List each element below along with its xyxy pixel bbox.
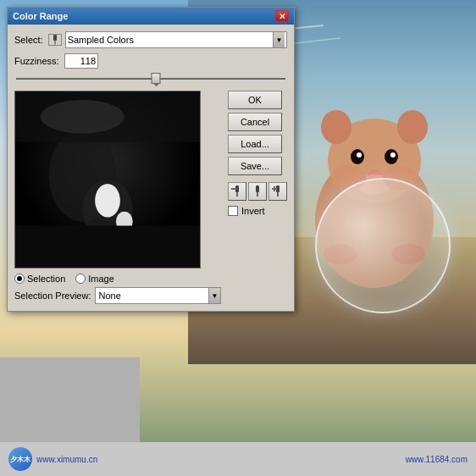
watermark-right: www.11684.com (406, 455, 468, 464)
svg-marker-19 (54, 44, 56, 45)
svg-rect-35 (277, 192, 279, 196)
save-button[interactable]: Save... (228, 157, 282, 175)
radio-row: Selection Image (14, 274, 221, 284)
fuzziness-row: Fuzziness: (14, 53, 287, 69)
eyedropper-tool[interactable] (248, 182, 267, 201)
dialog-title: Color Range (13, 11, 68, 21)
svg-rect-31 (231, 188, 236, 190)
dialog-titlebar: Color Range ✕ (8, 8, 294, 25)
fuzziness-label: Fuzziness: (14, 56, 61, 66)
select-eyedropper-icon (48, 34, 62, 46)
logo-circle: 夕木木 (8, 447, 32, 471)
dropdown-arrow-icon: ▼ (273, 32, 285, 47)
radio-selection-btn[interactable] (14, 274, 25, 284)
glass-bubble (315, 178, 451, 313)
load-button[interactable]: Load... (228, 135, 282, 153)
svg-rect-32 (256, 185, 259, 192)
radio-image[interactable]: Image (75, 274, 114, 284)
svg-point-5 (357, 152, 362, 158)
svg-rect-37 (274, 186, 275, 191)
svg-point-27 (41, 100, 125, 134)
fuzziness-slider-container (14, 72, 287, 86)
bottom-bar: 夕木木 www.ximumu.cn www.11684.com (0, 442, 476, 476)
select-dropdown-value: Sampled Colors (68, 35, 134, 45)
left-watermark-text: www.ximumu.cn (36, 455, 97, 464)
eyedropper-add-tool[interactable] (228, 182, 246, 201)
select-row: Select: Sampled Colors ▼ (14, 31, 287, 48)
invert-checkbox[interactable] (228, 206, 238, 216)
svg-point-7 (390, 152, 396, 158)
fuzziness-input[interactable] (64, 53, 98, 69)
svg-rect-18 (54, 41, 56, 44)
invert-label: Invert (241, 206, 265, 216)
color-range-dialog: Color Range ✕ Select: Sampled Colors ▼ F… (7, 7, 295, 312)
selection-preview-label: Selection Preview: (14, 291, 91, 301)
svg-rect-30 (236, 192, 238, 196)
preview-dropdown-arrow-icon: ▼ (208, 288, 220, 303)
select-dropdown[interactable]: Sampled Colors ▼ (65, 31, 287, 48)
svg-point-2 (321, 110, 351, 144)
preview-svg (15, 91, 200, 268)
svg-point-3 (397, 110, 428, 144)
radio-selection[interactable]: Selection (14, 274, 65, 284)
ok-button[interactable]: OK (228, 91, 282, 109)
svg-rect-28 (15, 225, 200, 268)
eyedropper-subtract-tool[interactable] (268, 182, 287, 201)
radio-image-label: Image (88, 274, 114, 284)
radio-selection-label: Selection (27, 274, 65, 284)
slider-thumb[interactable] (152, 73, 161, 84)
eyedropper-tools (228, 182, 287, 201)
select-label: Select: (14, 35, 43, 45)
svg-rect-33 (257, 192, 258, 196)
radio-image-btn[interactable] (75, 274, 86, 284)
right-panel: OK Cancel Load... Save... (228, 91, 287, 304)
right-watermark-text: www.11684.com (406, 455, 468, 464)
selection-preview-row: Selection Preview: None ▼ (14, 287, 221, 304)
svg-point-24 (95, 184, 120, 218)
watermark-left: 夕木木 www.ximumu.cn (8, 447, 97, 471)
preview-dropdown-value: None (99, 291, 121, 301)
svg-rect-17 (53, 35, 57, 41)
invert-row: Invert (228, 206, 287, 216)
selection-preview-dropdown[interactable]: None ▼ (95, 287, 222, 304)
preview-image (14, 91, 201, 268)
cancel-button[interactable]: Cancel (228, 113, 282, 131)
dialog-body: Select: Sampled Colors ▼ Fuzziness: (8, 25, 294, 311)
close-button[interactable]: ✕ (275, 10, 289, 22)
